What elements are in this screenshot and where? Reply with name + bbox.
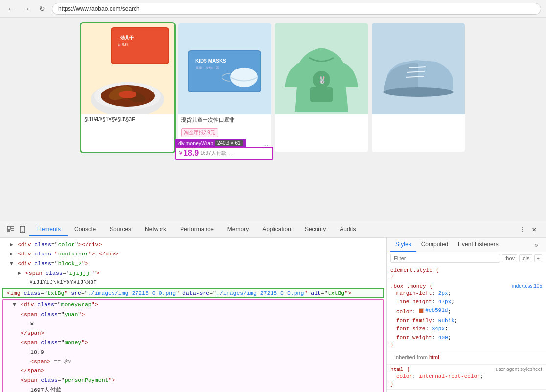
svg-text:劲儿干: 劲儿干	[120, 35, 134, 40]
html-line: <span> == $0	[3, 357, 383, 366]
styles-filter-input[interactable]	[390, 254, 500, 263]
inherited-label: Inherited from html	[390, 352, 542, 362]
price-red-mask: ¥99	[181, 141, 196, 150]
browser-toolbar: ← → ↻ https://www.taobao.com/search	[0, 0, 546, 18]
style-rule-box-money: .box .money { index.css:105 margin-left:…	[387, 281, 546, 350]
product-image-mask: KIDS MASKS 儿童一次性口罩	[178, 23, 271, 114]
color-swatch[interactable]	[419, 308, 424, 313]
price-badge-mask: 淘金币抵2.9元	[181, 128, 218, 137]
style-rule-element: element.style { }	[387, 265, 546, 281]
styles-tab-event-listeners[interactable]: Event Listeners	[453, 238, 503, 252]
product-title-mask: 现货儿童一次性口罩非	[178, 114, 271, 126]
style-prop-fontweight: font-weight: 400;	[396, 334, 542, 343]
url-bar[interactable]: https://www.taobao.com/search	[52, 3, 541, 15]
device-icon[interactable]	[18, 225, 27, 234]
expand-arrow[interactable]: ▼	[13, 301, 16, 308]
refresh-button[interactable]: ↻	[36, 3, 48, 15]
inspect-icon[interactable]	[6, 225, 16, 234]
html-line: 18.9	[3, 347, 383, 357]
styles-tabs: Styles Computed Event Listeners »	[387, 238, 546, 252]
html-line: ▼ <div class="moneyWrap">	[3, 300, 383, 309]
forward-button[interactable]: →	[21, 3, 32, 15]
tab-performance[interactable]: Performance	[173, 223, 221, 236]
html-line: <span class="money">	[3, 338, 383, 347]
styles-tab-styles[interactable]: Styles	[390, 238, 416, 252]
svg-text:劲儿行: 劲儿行	[118, 43, 128, 46]
html-line-img: <img class="txtBg" src="./images/img_272…	[2, 288, 384, 298]
expand-arrow[interactable]: ▶	[10, 251, 13, 257]
style-rule-inherited: Inherited from html	[387, 350, 546, 365]
product-card-hoodie[interactable]: 🐰	[275, 23, 368, 152]
color-swatch-area	[387, 390, 546, 392]
html-line: ▶ <div class="container">…</div>	[0, 249, 386, 258]
styles-panel: Styles Computed Event Listeners » :hov .…	[387, 238, 546, 392]
style-prop-margin: margin-left: 2px;	[396, 289, 542, 298]
style-closing-brace: }	[390, 273, 542, 279]
styles-tab-computed[interactable]: Computed	[416, 238, 453, 252]
style-prop-color-ua: color: internal-root-color;	[390, 372, 542, 381]
filter-hov[interactable]: :hov	[502, 254, 517, 262]
html-line: ▼ <div class="block_2">	[0, 259, 386, 268]
style-rule-header: .box .money { index.css:105	[390, 283, 542, 289]
html-line: </span>	[3, 328, 383, 338]
tab-application[interactable]: Application	[255, 223, 298, 236]
product-card-shoes[interactable]	[372, 23, 465, 152]
svg-point-33	[22, 231, 23, 232]
product-card-food[interactable]: 劲儿干 劲儿行 §iJ1¥lJ\§1¥§¥§lJ\§3F	[81, 23, 174, 152]
style-prop-fontfamily: font-family: Rubik;	[396, 317, 542, 325]
html-panel[interactable]: ▶ <div class="color"></div> ▶ <div class…	[0, 238, 387, 392]
styles-tab-more[interactable]: »	[530, 238, 542, 252]
page-content: 劲儿干 劲儿行 §iJ1¥lJ\§1¥§¥§lJ\§3F	[0, 18, 546, 221]
expand-arrow[interactable]: ▶	[18, 270, 21, 276]
svg-rect-18	[310, 87, 333, 102]
product-grid: 劲儿干 劲儿行 §iJ1¥lJ\§1¥§¥§lJ\§3F	[0, 18, 546, 158]
tab-elements[interactable]: Elements	[29, 223, 68, 236]
devtools-icons-right: ⋮ ✕	[515, 225, 542, 234]
filter-cls[interactable]: .cls	[519, 254, 532, 262]
svg-point-16	[230, 68, 258, 87]
devtools-close-icon[interactable]: ✕	[529, 225, 539, 234]
html-line: 1697人付款	[3, 385, 383, 392]
product-title-food: §iJ1¥lJ\§1¥§¥§lJ\§3F	[81, 114, 174, 125]
style-selector: element.style {	[390, 267, 542, 273]
styles-filter-bar: :hov .cls +	[387, 252, 546, 265]
url-text: https://www.taobao.com/search	[58, 5, 140, 12]
expand-arrow[interactable]: ▼	[10, 260, 13, 267]
style-props: margin-left: 2px; line-height: 47px; col…	[390, 289, 542, 342]
html-line: ¥	[3, 319, 383, 328]
svg-text:儿童一次性口罩: 儿童一次性口罩	[195, 66, 219, 70]
expand-arrow[interactable]: ▶	[10, 241, 13, 248]
product-image-shoes	[372, 23, 465, 114]
tab-audits[interactable]: Audits	[333, 223, 363, 236]
style-selector-box-money: .box .money {	[390, 283, 432, 289]
html-line: §iJ1¥lJ\§1¥§¥§lJ\§3F	[0, 277, 386, 287]
product-card-mask[interactable]: KIDS MASKS 儿童一次性口罩 现货儿童一次性口罩非 淘金币抵2.9元 ¥…	[178, 23, 271, 152]
devtools-tabbar: Elements Console Sources Network Perform…	[0, 221, 546, 238]
more-mask[interactable]: ···	[263, 142, 268, 149]
tab-sources[interactable]: Sources	[103, 223, 138, 236]
product-price-row-mask: ¥99 1697人付款 ···	[178, 139, 271, 152]
style-closing-brace-html: }	[390, 381, 542, 387]
style-rule-html-ua: html { user agent stylesheet color: inte…	[387, 365, 546, 390]
html-line: <span class="personPayment">	[3, 375, 383, 385]
ua-label: user agent stylesheet	[496, 367, 542, 372]
devtools-icons-left	[4, 225, 29, 234]
style-prop-color: color: #cb591d ;	[396, 306, 542, 316]
html-line: <span class="yuan">	[3, 310, 383, 319]
tab-memory[interactable]: Memory	[221, 223, 255, 236]
style-source-link[interactable]: index.css:105	[512, 283, 542, 289]
devtools-more-icon[interactable]: ⋮	[518, 225, 527, 234]
svg-rect-26	[7, 226, 10, 229]
style-prop-fontsize: font-size: 34px;	[396, 325, 542, 334]
product-price-mask: 淘金币抵2.9元	[178, 126, 271, 139]
buyers-mask: 1697人付款	[198, 142, 223, 149]
tab-network[interactable]: Network	[138, 223, 173, 236]
devtools-panel: Elements Console Sources Network Perform…	[0, 221, 546, 392]
tab-console[interactable]: Console	[68, 223, 103, 236]
filter-plus[interactable]: +	[534, 254, 542, 262]
style-closing-brace2: }	[390, 342, 542, 348]
tab-security[interactable]: Security	[298, 223, 333, 236]
style-rule-header-ua: html { user agent stylesheet	[390, 367, 542, 372]
svg-point-22	[383, 87, 454, 97]
back-button[interactable]: ←	[5, 3, 17, 15]
